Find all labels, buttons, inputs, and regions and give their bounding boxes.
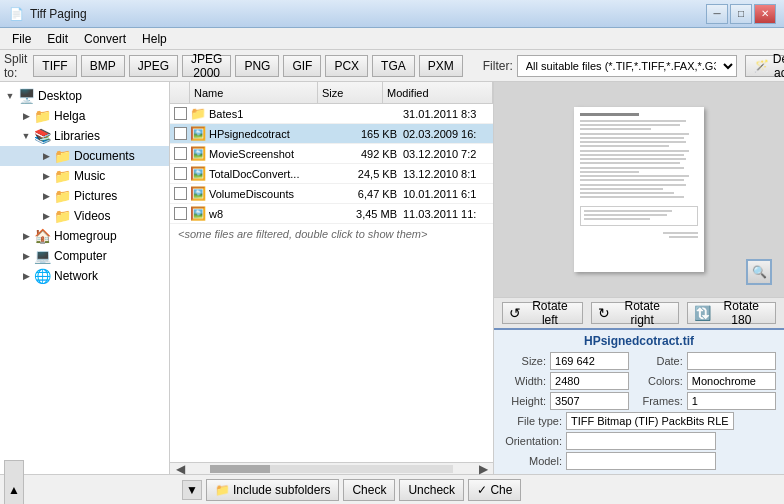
menu-edit[interactable]: Edit: [39, 30, 76, 48]
file-modified: 13.12.2010 8:1: [403, 168, 493, 180]
expand-icon: ▶: [20, 230, 32, 242]
tree-item-homegroup[interactable]: ▶ 🏠 Homegroup: [0, 226, 169, 246]
colors-label: Colors:: [633, 375, 683, 387]
rotate-right-button[interactable]: ↻ Rotate right: [591, 302, 679, 324]
file-tree[interactable]: ▼ 🖥️ Desktop ▶ 📁 Helga ▼ 📚 Libraries ▶ 📁…: [0, 82, 170, 474]
expand-icon: ▼: [20, 130, 32, 142]
file-row[interactable]: 🖼️ HPsignedcotract 165 KB 02.03.2009 16:: [170, 124, 493, 144]
width-value: 2480: [550, 372, 629, 390]
rotate-left-icon: ↺: [509, 305, 521, 321]
file-row[interactable]: 🖼️ TotalDocConvert... 24,5 KB 13.12.2010…: [170, 164, 493, 184]
checkbox[interactable]: [174, 127, 187, 140]
scroll-left-button[interactable]: ◀: [170, 462, 190, 476]
tree-item-music[interactable]: ▶ 📁 Music: [0, 166, 169, 186]
file-type-row: File type: TIFF Bitmap (TIF) PackBits RL…: [502, 412, 776, 430]
orientation-row: Orientation:: [502, 432, 776, 450]
file-row[interactable]: 📁 Bates1 31.01.2011 8:3: [170, 104, 493, 124]
tree-item-videos[interactable]: ▶ 📁 Videos: [0, 206, 169, 226]
col-name-header[interactable]: Name: [190, 82, 318, 103]
file-checkbox[interactable]: [170, 187, 190, 200]
tree-item-desktop[interactable]: ▼ 🖥️ Desktop: [0, 86, 169, 106]
col-checkbox: [170, 82, 190, 103]
file-modified: 03.12.2010 7:2: [403, 148, 493, 160]
split-tiff-button[interactable]: TIFF: [33, 55, 76, 77]
tree-scroll-down[interactable]: ▼: [182, 480, 202, 500]
define-action-button[interactable]: 🪄 Define action: [745, 55, 784, 77]
expand-icon: ▶: [20, 250, 32, 262]
split-pcx-button[interactable]: PCX: [325, 55, 368, 77]
file-row[interactable]: 🖼️ w8 3,45 MB 11.03.2011 11:: [170, 204, 493, 224]
che-button[interactable]: ✓ Che: [468, 479, 521, 501]
tree-item-network[interactable]: ▶ 🌐 Network: [0, 266, 169, 286]
tree-item-pictures[interactable]: ▶ 📁 Pictures: [0, 186, 169, 206]
scroll-track[interactable]: [210, 465, 453, 473]
filter-message[interactable]: <some files are filtered, double click t…: [170, 224, 493, 244]
info-panel: HPsignedcotract.tif Size: 169 642 Date: …: [494, 328, 784, 474]
scroll-right-button[interactable]: ▶: [473, 462, 493, 476]
tree-label-documents: Documents: [74, 149, 135, 163]
tree-item-documents[interactable]: ▶ 📁 Documents: [0, 146, 169, 166]
tree-label-pictures: Pictures: [74, 189, 117, 203]
tif-icon: 🖼️: [190, 206, 206, 221]
main-content: ▼ 🖥️ Desktop ▶ 📁 Helga ▼ 📚 Libraries ▶ 📁…: [0, 82, 784, 474]
split-pxm-button[interactable]: PXM: [419, 55, 463, 77]
tree-label-desktop: Desktop: [38, 89, 82, 103]
col-modified-header[interactable]: Modified: [383, 82, 493, 103]
checkbox[interactable]: [174, 207, 187, 220]
file-checkbox[interactable]: [170, 167, 190, 180]
file-checkbox[interactable]: [170, 127, 190, 140]
checkbox[interactable]: [174, 187, 187, 200]
magnify-button[interactable]: 🔍: [746, 259, 772, 285]
height-label: Height:: [502, 395, 546, 407]
checkbox[interactable]: [174, 107, 187, 120]
tree-label-music: Music: [74, 169, 105, 183]
date-label: Date:: [633, 355, 683, 367]
split-jpeg-button[interactable]: JPEG: [129, 55, 178, 77]
colors-value: Monochrome: [687, 372, 776, 390]
file-row[interactable]: 🖼️ MovieScreenshot 492 KB 03.12.2010 7:2: [170, 144, 493, 164]
split-bmp-button[interactable]: BMP: [81, 55, 125, 77]
file-checkbox[interactable]: [170, 147, 190, 160]
rotate-180-button[interactable]: 🔃 Rotate 180: [687, 302, 776, 324]
file-checkbox[interactable]: [170, 107, 190, 120]
menu-convert[interactable]: Convert: [76, 30, 134, 48]
split-png-button[interactable]: PNG: [235, 55, 279, 77]
split-jpeg2000-button[interactable]: JPEG 2000: [182, 55, 231, 77]
title-bar: 📄 Tiff Paging ─ □ ✕: [0, 0, 784, 28]
tree-label-homegroup: Homegroup: [54, 229, 117, 243]
tree-item-libraries[interactable]: ▼ 📚 Libraries: [0, 126, 169, 146]
include-subfolders-button[interactable]: 📁 Include subfolders: [206, 479, 339, 501]
tree-item-computer[interactable]: ▶ 💻 Computer: [0, 246, 169, 266]
orientation-label: Orientation:: [502, 435, 562, 447]
file-type-label: File type:: [502, 415, 562, 427]
file-checkbox[interactable]: [170, 207, 190, 220]
filter-combo[interactable]: All suitable files (*.TIF,*.TIFF,*.FAX,*…: [517, 55, 737, 77]
rotate-left-button[interactable]: ↺ Rotate left: [502, 302, 583, 324]
file-row[interactable]: 🖼️ VolumeDiscounts 6,47 KB 10.01.2011 6:…: [170, 184, 493, 204]
minimize-button[interactable]: ─: [706, 4, 728, 24]
split-tga-button[interactable]: TGA: [372, 55, 415, 77]
tree-scroll-up[interactable]: ▲: [4, 460, 24, 505]
check-button[interactable]: Check: [343, 479, 395, 501]
file-name: VolumeDiscounts: [209, 188, 338, 200]
file-list: Name Size Modified 📁 Bates1 31.01.2011 8…: [170, 82, 494, 474]
tree-label-network: Network: [54, 269, 98, 283]
menu-help[interactable]: Help: [134, 30, 175, 48]
file-modified: 31.01.2011 8:3: [403, 108, 493, 120]
uncheck-button[interactable]: Uncheck: [399, 479, 464, 501]
tree-item-helga[interactable]: ▶ 📁 Helga: [0, 106, 169, 126]
tif-icon: 🖼️: [190, 146, 206, 161]
file-list-scrollbar[interactable]: ◀ ▶: [170, 462, 493, 474]
menu-file[interactable]: File: [4, 30, 39, 48]
file-size: 6,47 KB: [338, 188, 403, 200]
file-list-header: Name Size Modified: [170, 82, 493, 104]
checkbox[interactable]: [174, 167, 187, 180]
maximize-button[interactable]: □: [730, 4, 752, 24]
checkbox[interactable]: [174, 147, 187, 160]
rotate-180-label: Rotate 180: [714, 299, 769, 327]
split-gif-button[interactable]: GIF: [283, 55, 321, 77]
scroll-thumb[interactable]: [210, 465, 270, 473]
model-value: [566, 452, 716, 470]
col-size-header[interactable]: Size: [318, 82, 383, 103]
close-button[interactable]: ✕: [754, 4, 776, 24]
